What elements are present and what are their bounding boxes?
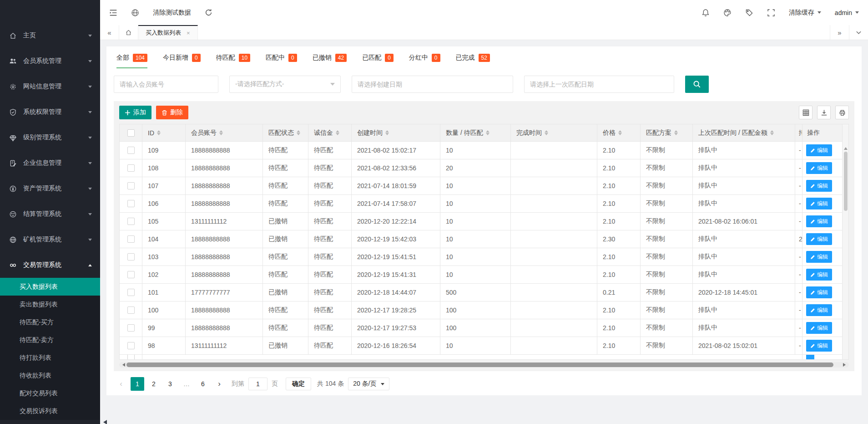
page-number[interactable]: 6 <box>196 377 210 391</box>
row-checkbox[interactable] <box>127 324 135 332</box>
edit-button[interactable]: 编辑 <box>806 322 832 334</box>
select-all-checkbox[interactable] <box>127 129 135 137</box>
sort-icon[interactable] <box>770 128 774 137</box>
filter-tab[interactable]: 匹配中 0 <box>266 54 297 68</box>
sort-icon[interactable] <box>157 128 161 137</box>
create-date-input[interactable] <box>352 76 513 93</box>
sort-icon[interactable] <box>219 128 223 137</box>
row-checkbox[interactable] <box>127 200 135 207</box>
delete-button[interactable]: 删除 <box>156 106 188 119</box>
edit-button[interactable]: 编辑 <box>806 340 832 352</box>
edit-button[interactable]: 编辑 <box>806 233 832 245</box>
row-checkbox[interactable] <box>127 218 135 225</box>
sort-icon[interactable] <box>674 128 678 137</box>
edit-button[interactable]: 编辑 <box>806 269 832 281</box>
page-number[interactable]: 1 <box>131 377 144 391</box>
row-checkbox[interactable] <box>127 355 135 359</box>
edit-button[interactable]: 编辑 <box>806 180 832 192</box>
page-number[interactable]: 2 <box>147 377 161 391</box>
edit-button[interactable] <box>806 355 814 359</box>
refresh-icon[interactable] <box>205 9 212 16</box>
home-tab-button[interactable] <box>119 25 138 40</box>
sort-icon[interactable] <box>486 128 490 137</box>
sidebar-subitem[interactable]: 交易投诉列表 <box>0 402 100 420</box>
col-header-plan[interactable]: 匹配方案 <box>641 124 693 141</box>
edit-button[interactable]: 编辑 <box>806 198 832 209</box>
row-checkbox[interactable] <box>127 182 135 189</box>
row-checkbox[interactable] <box>127 289 135 296</box>
edit-button[interactable]: 编辑 <box>806 215 832 227</box>
vertical-scrollbar-thumb[interactable] <box>844 152 848 211</box>
sidebar-subitem[interactable]: 待匹配-买方 <box>0 313 100 331</box>
sidebar-item-permissions[interactable]: 系统权限管理 <box>0 99 100 125</box>
clear-test-data-button[interactable]: 清除测试数据 <box>153 9 191 17</box>
sidebar-item-home[interactable]: 主页 <box>0 23 100 48</box>
sidebar-subitem[interactable]: 配对交易列表 <box>0 384 100 402</box>
add-button[interactable]: 添加 <box>119 106 151 119</box>
tabs-menu-button[interactable] <box>849 25 868 40</box>
sidebar-item-members[interactable]: 会员系统管理 <box>0 48 100 74</box>
export-button[interactable] <box>817 106 831 119</box>
vertical-scrollbar[interactable] <box>842 124 848 359</box>
edit-button[interactable]: 编辑 <box>806 286 832 298</box>
col-header-status[interactable]: 匹配状态 <box>263 124 308 141</box>
row-checkbox[interactable] <box>127 147 135 154</box>
sidebar-item-levels[interactable]: 级别管理系统 <box>0 125 100 150</box>
globe-icon[interactable] <box>131 9 139 17</box>
confirm-button[interactable]: 确定 <box>286 378 311 390</box>
col-header-qty[interactable]: 数量 / 待匹配 <box>440 124 511 141</box>
filter-tab[interactable]: 已匹配 0 <box>362 54 394 68</box>
sort-icon[interactable] <box>385 128 389 137</box>
edit-button[interactable]: 编辑 <box>806 162 832 174</box>
col-header-deposit[interactable]: 诚信金 <box>308 124 352 141</box>
filter-tab[interactable]: 待匹配 10 <box>216 54 250 68</box>
goto-page-input[interactable] <box>248 378 267 390</box>
sidebar-item-assets[interactable]: 资产管理系统 <box>0 176 100 201</box>
row-checkbox[interactable] <box>127 271 135 278</box>
user-dropdown[interactable]: admin <box>835 9 859 16</box>
row-checkbox[interactable] <box>127 235 135 243</box>
scroll-right-icon[interactable] <box>843 363 848 367</box>
edit-button[interactable]: 编辑 <box>806 251 832 263</box>
menu-collapse-icon[interactable] <box>109 9 117 17</box>
filter-tab[interactable]: 已完成 52 <box>456 54 490 68</box>
col-header-truncated[interactable]: 排 <box>795 124 802 141</box>
sidebar-subitem[interactable]: 待打款列表 <box>0 349 100 367</box>
clear-cache-dropdown[interactable]: 清除缓存 <box>789 9 821 17</box>
sidebar-item-enterprise[interactable]: 企业信息管理 <box>0 150 100 176</box>
search-button[interactable] <box>685 76 709 93</box>
tabs-scroll-right-button[interactable]: » <box>830 25 849 40</box>
col-header-created[interactable]: 创建时间 <box>352 124 440 141</box>
last-match-date-input[interactable] <box>524 76 674 93</box>
sidebar-item-settlement[interactable]: 结算管理系统 <box>0 201 100 227</box>
print-button[interactable] <box>835 106 849 119</box>
match-type-select[interactable]: -请选择匹配方式- <box>229 76 341 93</box>
horizontal-scrollbar[interactable] <box>119 362 849 368</box>
col-header-last-match[interactable]: 上次匹配时间 / 匹配金额 <box>693 124 795 141</box>
page-number[interactable]: … <box>180 377 193 391</box>
col-header-account[interactable]: 会员账号 <box>186 124 263 141</box>
col-header-finished[interactable]: 完成时间 <box>511 124 597 141</box>
sort-icon[interactable] <box>545 128 548 137</box>
sort-icon[interactable] <box>336 128 339 137</box>
col-header-price[interactable]: 价格 <box>597 124 641 141</box>
edit-button[interactable]: 编辑 <box>806 304 832 316</box>
page-number[interactable]: 3 <box>163 377 177 391</box>
horizontal-scrollbar-thumb[interactable] <box>126 363 833 367</box>
row-checkbox[interactable] <box>127 307 135 314</box>
row-checkbox[interactable] <box>127 253 135 261</box>
viewport-scroll-left-icon[interactable] <box>101 420 107 424</box>
sidebar-item-miners[interactable]: 矿机管理系统 <box>0 227 100 252</box>
theme-palette-icon[interactable] <box>723 9 732 17</box>
sidebar-subitem[interactable]: 待收款列表 <box>0 367 100 384</box>
tag-icon[interactable] <box>745 9 753 17</box>
sidebar-subitem[interactable]: 待匹配-卖方 <box>0 331 100 349</box>
sort-icon[interactable] <box>618 128 622 137</box>
filter-tab[interactable]: 分红中 0 <box>409 54 440 68</box>
close-icon[interactable]: × <box>187 30 190 36</box>
scroll-left-icon[interactable] <box>121 363 125 367</box>
filter-tab[interactable]: 已撤销 42 <box>313 54 347 68</box>
sidebar-item-site-info[interactable]: 网站信息管理 <box>0 74 100 99</box>
fullscreen-icon[interactable] <box>767 9 775 17</box>
col-header-id[interactable]: ID <box>142 124 186 141</box>
